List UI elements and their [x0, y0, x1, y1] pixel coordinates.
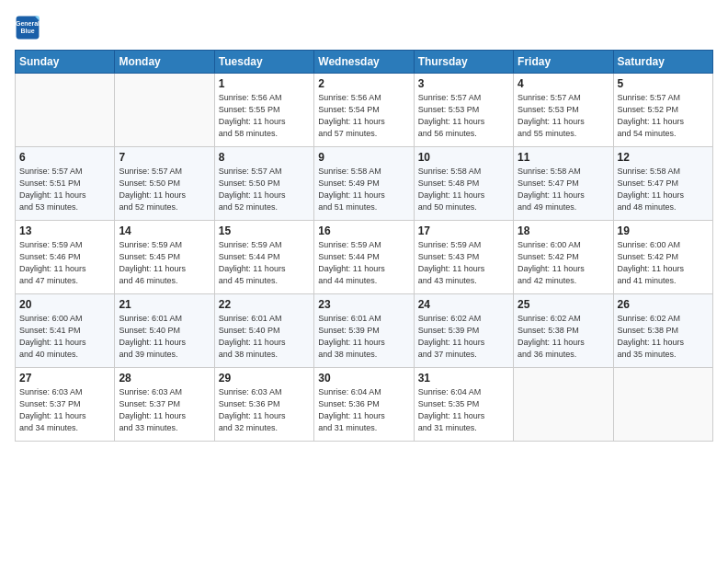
day-number: 2 — [318, 77, 409, 90]
day-info: Sunrise: 5:59 AM Sunset: 5:44 PM Dayligh… — [219, 239, 310, 287]
day-number: 6 — [19, 151, 110, 164]
day-number: 28 — [119, 372, 210, 385]
calendar-cell: 11Sunrise: 5:58 AM Sunset: 5:47 PM Dayli… — [514, 147, 613, 221]
day-number: 14 — [119, 224, 210, 237]
day-number: 24 — [418, 298, 509, 311]
day-number: 3 — [418, 77, 509, 90]
weekday-header-monday: Monday — [115, 51, 214, 74]
day-info: Sunrise: 5:59 AM Sunset: 5:45 PM Dayligh… — [119, 239, 210, 287]
weekday-header-saturday: Saturday — [613, 51, 712, 74]
calendar-cell: 31Sunrise: 6:04 AM Sunset: 5:35 PM Dayli… — [414, 368, 513, 442]
calendar-cell: 4Sunrise: 5:57 AM Sunset: 5:53 PM Daylig… — [514, 74, 613, 147]
weekday-header-tuesday: Tuesday — [214, 51, 313, 74]
calendar-cell: 17Sunrise: 5:59 AM Sunset: 5:43 PM Dayli… — [414, 221, 513, 294]
day-info: Sunrise: 5:56 AM Sunset: 5:54 PM Dayligh… — [318, 92, 409, 140]
day-info: Sunrise: 6:04 AM Sunset: 5:36 PM Dayligh… — [318, 386, 409, 434]
day-number: 19 — [618, 224, 709, 237]
day-number: 31 — [418, 372, 509, 385]
day-info: Sunrise: 6:00 AM Sunset: 5:42 PM Dayligh… — [518, 239, 609, 287]
day-info: Sunrise: 6:03 AM Sunset: 5:36 PM Dayligh… — [219, 386, 310, 434]
calendar-cell: 9Sunrise: 5:58 AM Sunset: 5:49 PM Daylig… — [314, 147, 414, 221]
calendar-cell: 7Sunrise: 5:57 AM Sunset: 5:50 PM Daylig… — [115, 147, 214, 221]
week-row-2: 6Sunrise: 5:57 AM Sunset: 5:51 PM Daylig… — [16, 147, 713, 221]
calendar-cell: 29Sunrise: 6:03 AM Sunset: 5:36 PM Dayli… — [214, 368, 313, 442]
calendar-cell: 25Sunrise: 6:02 AM Sunset: 5:38 PM Dayli… — [514, 294, 613, 368]
day-info: Sunrise: 5:57 AM Sunset: 5:50 PM Dayligh… — [119, 166, 210, 213]
day-number: 12 — [618, 151, 709, 164]
calendar-cell: 1Sunrise: 5:56 AM Sunset: 5:55 PM Daylig… — [214, 74, 313, 147]
calendar-cell: 10Sunrise: 5:58 AM Sunset: 5:48 PM Dayli… — [414, 147, 513, 221]
day-number: 11 — [518, 151, 609, 164]
calendar-cell: 5Sunrise: 5:57 AM Sunset: 5:52 PM Daylig… — [613, 74, 712, 147]
logo: General Blue — [15, 15, 44, 40]
calendar-cell: 22Sunrise: 6:01 AM Sunset: 5:40 PM Dayli… — [214, 294, 313, 368]
week-row-1: 1Sunrise: 5:56 AM Sunset: 5:55 PM Daylig… — [16, 74, 713, 147]
weekday-header-sunday: Sunday — [16, 51, 115, 74]
day-number: 21 — [119, 298, 210, 311]
day-info: Sunrise: 5:58 AM Sunset: 5:47 PM Dayligh… — [618, 166, 709, 213]
day-info: Sunrise: 6:01 AM Sunset: 5:40 PM Dayligh… — [219, 313, 310, 361]
logo-icon: General Blue — [15, 15, 40, 40]
day-info: Sunrise: 5:58 AM Sunset: 5:47 PM Dayligh… — [518, 166, 609, 213]
day-info: Sunrise: 6:00 AM Sunset: 5:41 PM Dayligh… — [19, 313, 110, 361]
weekday-header-row: SundayMondayTuesdayWednesdayThursdayFrid… — [16, 51, 713, 74]
day-number: 29 — [219, 372, 310, 385]
day-number: 15 — [219, 224, 310, 237]
calendar-cell: 21Sunrise: 6:01 AM Sunset: 5:40 PM Dayli… — [115, 294, 214, 368]
day-info: Sunrise: 6:04 AM Sunset: 5:35 PM Dayligh… — [418, 386, 509, 434]
week-row-3: 13Sunrise: 5:59 AM Sunset: 5:46 PM Dayli… — [16, 221, 713, 294]
calendar-cell: 2Sunrise: 5:56 AM Sunset: 5:54 PM Daylig… — [314, 74, 414, 147]
calendar-cell — [115, 74, 214, 147]
calendar-page: General Blue SundayMondayTuesdayWednesda… — [0, 0, 728, 563]
day-number: 8 — [219, 151, 310, 164]
day-number: 18 — [518, 224, 609, 237]
day-info: Sunrise: 6:03 AM Sunset: 5:37 PM Dayligh… — [119, 386, 210, 434]
day-info: Sunrise: 6:03 AM Sunset: 5:37 PM Dayligh… — [19, 386, 110, 434]
svg-text:General: General — [16, 20, 40, 27]
calendar-cell: 12Sunrise: 5:58 AM Sunset: 5:47 PM Dayli… — [613, 147, 712, 221]
day-info: Sunrise: 5:56 AM Sunset: 5:55 PM Dayligh… — [219, 92, 310, 140]
day-info: Sunrise: 5:59 AM Sunset: 5:46 PM Dayligh… — [19, 239, 110, 287]
day-number: 13 — [19, 224, 110, 237]
calendar-cell: 16Sunrise: 5:59 AM Sunset: 5:44 PM Dayli… — [314, 221, 414, 294]
calendar-cell: 30Sunrise: 6:04 AM Sunset: 5:36 PM Dayli… — [314, 368, 414, 442]
calendar-cell: 27Sunrise: 6:03 AM Sunset: 5:37 PM Dayli… — [16, 368, 115, 442]
day-number: 23 — [318, 298, 409, 311]
day-info: Sunrise: 5:57 AM Sunset: 5:53 PM Dayligh… — [518, 92, 609, 140]
calendar-cell: 14Sunrise: 5:59 AM Sunset: 5:45 PM Dayli… — [115, 221, 214, 294]
day-number: 17 — [418, 224, 509, 237]
calendar-cell: 23Sunrise: 6:01 AM Sunset: 5:39 PM Dayli… — [314, 294, 414, 368]
calendar-cell: 18Sunrise: 6:00 AM Sunset: 5:42 PM Dayli… — [514, 221, 613, 294]
day-number: 16 — [318, 224, 409, 237]
day-info: Sunrise: 5:57 AM Sunset: 5:51 PM Dayligh… — [19, 166, 110, 213]
calendar-cell: 13Sunrise: 5:59 AM Sunset: 5:46 PM Dayli… — [16, 221, 115, 294]
calendar-cell: 20Sunrise: 6:00 AM Sunset: 5:41 PM Dayli… — [16, 294, 115, 368]
calendar-table: SundayMondayTuesdayWednesdayThursdayFrid… — [15, 50, 713, 442]
day-number: 22 — [219, 298, 310, 311]
svg-text:Blue: Blue — [20, 28, 34, 34]
day-info: Sunrise: 5:58 AM Sunset: 5:48 PM Dayligh… — [418, 166, 509, 213]
day-info: Sunrise: 6:02 AM Sunset: 5:38 PM Dayligh… — [618, 313, 709, 361]
day-info: Sunrise: 6:01 AM Sunset: 5:39 PM Dayligh… — [318, 313, 409, 361]
weekday-header-friday: Friday — [514, 51, 613, 74]
day-info: Sunrise: 6:01 AM Sunset: 5:40 PM Dayligh… — [119, 313, 210, 361]
calendar-cell — [514, 368, 613, 442]
day-number: 5 — [618, 77, 709, 90]
day-number: 26 — [618, 298, 709, 311]
day-number: 27 — [19, 372, 110, 385]
calendar-cell: 3Sunrise: 5:57 AM Sunset: 5:53 PM Daylig… — [414, 74, 513, 147]
weekday-header-thursday: Thursday — [414, 51, 513, 74]
calendar-cell: 28Sunrise: 6:03 AM Sunset: 5:37 PM Dayli… — [115, 368, 214, 442]
day-info: Sunrise: 5:58 AM Sunset: 5:49 PM Dayligh… — [318, 166, 409, 213]
day-info: Sunrise: 5:57 AM Sunset: 5:52 PM Dayligh… — [618, 92, 709, 140]
day-number: 7 — [119, 151, 210, 164]
day-number: 1 — [219, 77, 310, 90]
calendar-cell — [16, 74, 115, 147]
day-info: Sunrise: 5:57 AM Sunset: 5:50 PM Dayligh… — [219, 166, 310, 213]
day-number: 20 — [19, 298, 110, 311]
day-info: Sunrise: 5:59 AM Sunset: 5:43 PM Dayligh… — [418, 239, 509, 287]
day-info: Sunrise: 6:02 AM Sunset: 5:39 PM Dayligh… — [418, 313, 509, 361]
calendar-cell: 26Sunrise: 6:02 AM Sunset: 5:38 PM Dayli… — [613, 294, 712, 368]
calendar-cell: 8Sunrise: 5:57 AM Sunset: 5:50 PM Daylig… — [214, 147, 313, 221]
day-info: Sunrise: 5:57 AM Sunset: 5:53 PM Dayligh… — [418, 92, 509, 140]
